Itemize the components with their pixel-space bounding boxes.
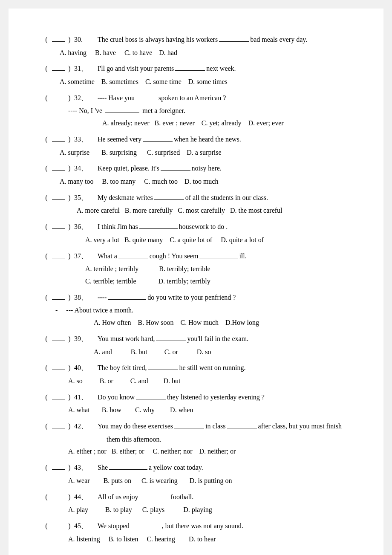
- q45-options: A. listening B. to listen C. hearing D. …: [68, 533, 349, 546]
- q42-options: A. either ; nor B. either; or C. neither…: [68, 445, 349, 458]
- q41-text: ( ) 41、 Do you know they listened to yes…: [43, 392, 349, 403]
- q31-options: A. sometime B. sometimes C. some time D.…: [60, 76, 349, 88]
- q35-text: ( ) 35、 My deskmate writes of all the st…: [43, 192, 349, 203]
- q32-sub: ---- No, I 've met a foreigner.: [68, 105, 349, 117]
- q43-options: A. wear B. puts on C. is wearing D. is p…: [68, 475, 349, 487]
- q40-options: A. so B. or C. and D. but: [68, 375, 349, 387]
- q38-options: A. How often B. How soon C. How much D.H…: [94, 317, 349, 329]
- q40-text: ( ) 40、 The boy felt tired, he still wen…: [43, 362, 349, 373]
- q42-text2: them this afternoon.: [107, 434, 349, 446]
- q44-text: ( ) 44、 All of us enjoy football.: [43, 491, 349, 503]
- q42-text: ( ) 42、 You may do these exercises in cl…: [43, 421, 349, 432]
- q43-text: ( ) 43、 She a yellow coat today.: [43, 462, 349, 473]
- q37-text: ( ) 37、 What a cough ! You seem ill.: [43, 251, 349, 262]
- q41-options: A. what B. how C. why D. when: [68, 404, 349, 416]
- question-34: ( ) 34、 Keep quiet, please. It's noisy h…: [43, 163, 349, 188]
- question-30: ( ) 30. The cruel boss is always having …: [43, 34, 349, 59]
- q36-options: A. very a lot B. quite many C. a quite l…: [85, 234, 349, 246]
- q38-text: ( ) 38、 ---- do you write to your penfri…: [43, 292, 349, 303]
- exam-page: ( ) 30. The cruel boss is always having …: [9, 9, 383, 555]
- question-32: ( ) 32、 ---- Have you spoken to an Ameri…: [43, 92, 349, 130]
- question-37: ( ) 37、 What a cough ! You seem ill. A. …: [43, 251, 349, 288]
- q37-options-line1: A. terrible ; terribly B. terribly; terr…: [85, 263, 349, 275]
- q39-text: ( ) 39、 You must work hard, you'll fail …: [43, 333, 349, 344]
- q38-sub: - --- About twice a month.: [55, 304, 349, 317]
- q32-text: ( ) 32、 ---- Have you spoken to an Ameri…: [43, 92, 349, 104]
- question-36: ( ) 36、 I think Jim has housework to do …: [43, 221, 349, 246]
- question-44: ( ) 44、 All of us enjoy football. A. pla…: [43, 491, 349, 516]
- q31-text: ( ) 31、 I'll go and visit your parents n…: [43, 63, 349, 74]
- q37-options-line2: C. terrible; terrible D. terribly; terri…: [85, 275, 349, 288]
- q32-options: A. already; never B. ever ; never C. yet…: [102, 117, 349, 130]
- question-40: ( ) 40、 The boy felt tired, he still wen…: [43, 362, 349, 387]
- question-33: ( ) 33、 He seemed very when he heard the…: [43, 134, 349, 159]
- question-45: ( ) 45、 We stopped , but there was not a…: [43, 520, 349, 545]
- question-31: ( ) 31、 I'll go and visit your parents n…: [43, 63, 349, 88]
- q30-text: ( ) 30. The cruel boss is always having …: [43, 34, 349, 45]
- question-35: ( ) 35、 My deskmate writes of all the st…: [43, 192, 349, 217]
- q39-options: A. and B. but C. or D. so: [94, 346, 349, 358]
- q44-options: A. play B. to play C. plays D. playing: [68, 504, 349, 516]
- q35-options: A. more careful B. more carefully C. mos…: [77, 205, 349, 217]
- question-41: ( ) 41、 Do you know they listened to yes…: [43, 392, 349, 416]
- question-42: ( ) 42、 You may do these exercises in cl…: [43, 421, 349, 458]
- q33-text: ( ) 33、 He seemed very when he heard the…: [43, 134, 349, 145]
- q33-options: A. surprise B. surprising C. surprised D…: [60, 147, 349, 159]
- q34-options: A. many too B. too many C. much too D. t…: [60, 176, 349, 188]
- question-39: ( ) 39、 You must work hard, you'll fail …: [43, 333, 349, 358]
- q34-text: ( ) 34、 Keep quiet, please. It's noisy h…: [43, 163, 349, 174]
- q36-text: ( ) 36、 I think Jim has housework to do …: [43, 221, 349, 232]
- q30-options: A. having B. have C. to have D. had: [60, 47, 349, 59]
- q45-text: ( ) 45、 We stopped , but there was not a…: [43, 520, 349, 532]
- question-38: ( ) 38、 ---- do you write to your penfri…: [43, 292, 349, 329]
- question-43: ( ) 43、 She a yellow coat today. A. wear…: [43, 462, 349, 487]
